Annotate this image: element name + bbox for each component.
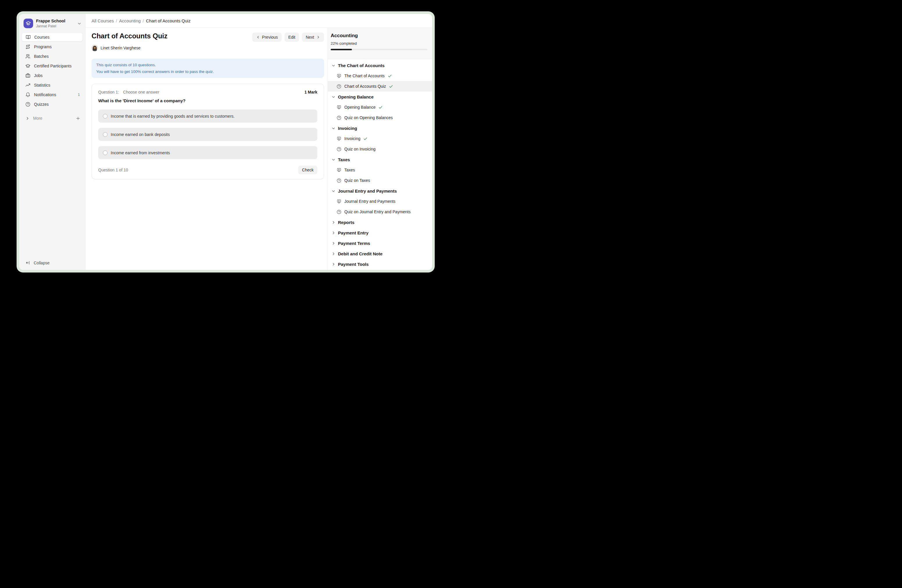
question-progress: Question 1 of 10 xyxy=(98,167,128,172)
course-outline-header: Accounting 22% completed xyxy=(328,28,432,59)
outline-section-taxes[interactable]: Taxes xyxy=(328,154,432,165)
sidebar-item-notifications[interactable]: Notifications1 xyxy=(22,90,83,99)
sidebar-item-label: Jobs xyxy=(34,73,43,78)
outline-section-title: Payment Entry xyxy=(338,230,368,235)
outline-section-journal-entry-and-payments[interactable]: Journal Entry and Payments xyxy=(328,186,432,196)
outline-item-invoicing[interactable]: Invoicing xyxy=(328,133,432,144)
outline-item-opening-balance[interactable]: Opening Balance xyxy=(328,102,432,113)
outline-section-reports[interactable]: Reports xyxy=(328,217,432,227)
radio-button[interactable] xyxy=(103,114,108,119)
monitor-play-icon xyxy=(337,105,341,110)
check-icon xyxy=(378,105,383,109)
answer-option-2[interactable]: Income earned on bank deposits xyxy=(98,128,317,141)
sidebar-item-quizzes[interactable]: Quizzes xyxy=(22,100,83,109)
outline-section-title: Payment Terms xyxy=(338,241,370,246)
outline-section-title: Invoicing xyxy=(338,126,357,131)
sidebar-item-jobs[interactable]: Jobs xyxy=(22,71,83,80)
sidebar-item-more[interactable]: More xyxy=(25,114,80,123)
outline-section-title: Reports xyxy=(338,220,354,225)
outline-section-the-chart-of-accounts[interactable]: The Chart of Accounts xyxy=(328,60,432,70)
answer-options: Income that is earned by providing goods… xyxy=(98,109,317,159)
answer-option-1[interactable]: Income that is earned by providing goods… xyxy=(98,109,317,123)
sidebar-item-label: Batches xyxy=(34,54,49,59)
outline-section-title: Journal Entry and Payments xyxy=(338,189,397,194)
main-content: Chart of Accounts Quiz Previous Edit xyxy=(85,28,327,270)
check-icon xyxy=(389,84,393,89)
outline-section-invoicing[interactable]: Invoicing xyxy=(328,123,432,133)
notice-line: You will have to get 100% correct answer… xyxy=(96,68,319,75)
course-outline-panel: Accounting 22% completed The Chart of Ac… xyxy=(327,28,432,270)
outline-item-taxes[interactable]: Taxes xyxy=(328,165,432,175)
outline-section-opening-balance[interactable]: Opening Balance xyxy=(328,92,432,102)
bell-icon xyxy=(25,92,31,97)
outline-item-label: Invoicing xyxy=(345,136,360,141)
outline-item-quiz-on-opening-balances[interactable]: Quiz on Opening Balances xyxy=(328,113,432,123)
chevron-down-icon xyxy=(331,63,336,68)
outline-item-quiz-on-journal-entry-and-payments[interactable]: Quiz on Journal Entry and Payments xyxy=(328,206,432,217)
chevron-right-icon xyxy=(331,241,336,246)
outline-item-the-chart-of-accounts[interactable]: The Chart of Accounts xyxy=(328,70,432,81)
radio-button[interactable] xyxy=(103,132,108,137)
sidebar-item-programs[interactable]: Programs xyxy=(22,42,83,51)
sidebar-item-courses[interactable]: Courses xyxy=(22,33,83,42)
sidebar-item-certified-participants[interactable]: Certified Participants xyxy=(22,61,83,70)
content-column: All Courses / Accounting / Chart of Acco… xyxy=(85,14,432,270)
breadcrumb-separator: / xyxy=(116,18,117,23)
quiz-notice: This quiz consists of 10 questions. You … xyxy=(92,59,324,78)
help-circle-icon xyxy=(337,147,341,152)
outline-item-quiz-on-taxes[interactable]: Quiz on Taxes xyxy=(328,175,432,186)
course-progress-fill xyxy=(331,49,352,50)
outline-item-label: Quiz on Invoicing xyxy=(345,147,376,152)
outline-section-debit-and-credit-note[interactable]: Debit and Credit Note xyxy=(328,249,432,259)
outline-section-payment-entry[interactable]: Payment Entry xyxy=(328,227,432,238)
plus-icon[interactable] xyxy=(75,116,80,121)
breadcrumb-accounting[interactable]: Accounting xyxy=(119,18,141,23)
outline-item-label: Journal Entry and Payments xyxy=(345,199,396,204)
sidebar-item-statistics[interactable]: Statistics xyxy=(22,80,83,89)
answer-option-label: Income earned from investments xyxy=(111,150,170,155)
outline-item-journal-entry-and-payments[interactable]: Journal Entry and Payments xyxy=(328,196,432,206)
outline-item-label: Quiz on Journal Entry and Payments xyxy=(345,210,410,214)
check-button[interactable]: Check xyxy=(298,166,317,174)
outline-item-label: Quiz on Opening Balances xyxy=(345,115,393,120)
edit-button[interactable]: Edit xyxy=(285,33,299,42)
course-title: Accounting xyxy=(331,33,430,39)
route-icon xyxy=(25,44,31,49)
outline-section-title: Opening Balance xyxy=(338,94,374,99)
page-title: Chart of Accounts Quiz xyxy=(92,32,168,40)
monitor-play-icon xyxy=(337,167,341,172)
notification-count-badge: 1 xyxy=(78,92,80,97)
sidebar-item-label: Statistics xyxy=(34,83,50,88)
app-frame: Frappe School Jannat Patel CoursesProgra… xyxy=(19,14,432,270)
question-instruction: Choose one answer xyxy=(123,90,160,94)
outline-item-chart-of-accounts-quiz[interactable]: Chart of Accounts Quiz xyxy=(328,81,432,92)
next-button[interactable]: Next xyxy=(302,33,324,42)
sidebar-item-batches[interactable]: Batches xyxy=(22,52,83,61)
outline-section-title: Taxes xyxy=(338,157,350,162)
trending-up-icon xyxy=(25,83,31,88)
answer-option-label: Income that is earned by providing goods… xyxy=(111,114,235,119)
workspace-switcher[interactable]: Frappe School Jannat Patel xyxy=(19,14,85,32)
outline-section-payment-terms[interactable]: Payment Terms xyxy=(328,238,432,249)
course-progress-text: 22% completed xyxy=(331,41,430,45)
chevron-right-icon xyxy=(331,262,336,266)
question-text: What is the 'Direct Income' of a company… xyxy=(98,98,317,103)
collapse-sidebar-button[interactable]: Collapse xyxy=(19,260,85,270)
toolbar: Previous Edit Next xyxy=(252,33,324,42)
breadcrumb-all-courses[interactable]: All Courses xyxy=(92,18,114,23)
monitor-play-icon xyxy=(337,136,341,141)
question-number-label: Question 1: xyxy=(98,90,119,94)
course-outline-list: The Chart of AccountsThe Chart of Accoun… xyxy=(328,59,432,270)
answer-option-3[interactable]: Income earned from investments xyxy=(98,146,317,159)
outline-item-quiz-on-invoicing[interactable]: Quiz on Invoicing xyxy=(328,144,432,154)
outline-section-title: Payment Tools xyxy=(338,262,369,267)
radio-button[interactable] xyxy=(103,150,108,155)
outline-section-payment-tools[interactable]: Payment Tools xyxy=(328,259,432,269)
author-name: Linet Sherin Varghese xyxy=(100,45,141,50)
chevron-down-icon xyxy=(331,158,336,162)
briefcase-icon xyxy=(25,73,31,78)
previous-button[interactable]: Previous xyxy=(252,33,282,42)
app-window: Frappe School Jannat Patel CoursesProgra… xyxy=(17,11,435,272)
more-label: More xyxy=(33,116,42,120)
sidebar-item-label: Courses xyxy=(34,35,49,39)
